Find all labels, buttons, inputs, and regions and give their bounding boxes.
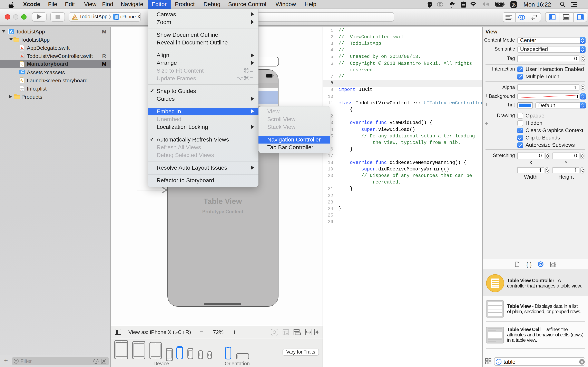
svg-text:SWIFT: SWIFT [20,49,24,50]
svg-text:SWIFT: SWIFT [20,58,24,59]
svg-text:PLIST: PLIST [20,90,24,91]
